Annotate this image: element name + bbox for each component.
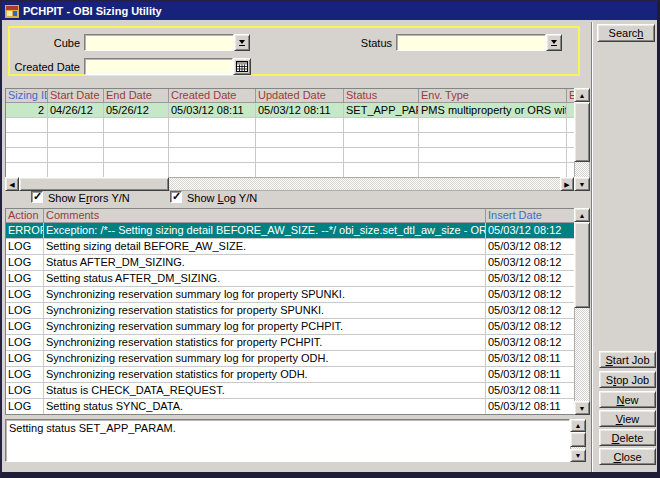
cell: 05/03/12 08:12 — [486, 239, 575, 254]
cell — [104, 163, 169, 177]
scroll-up-icon[interactable]: ▲ — [574, 88, 590, 102]
cell: Synchronizing reservation summary log fo… — [44, 351, 486, 366]
calendar-icon — [236, 61, 248, 72]
cell: SET_APP_PARAM — [344, 103, 419, 117]
app-window: PCHPIT - OBI Sizing Utility Cube Status … — [0, 0, 660, 478]
show-errors-checkbox[interactable] — [31, 191, 43, 203]
scrollbar-thumb[interactable] — [574, 102, 590, 162]
cell: 2 — [6, 103, 48, 117]
title-bar[interactable]: PCHPIT - OBI Sizing Utility — [2, 2, 657, 20]
log-column-header[interactable]: Insert Date — [486, 209, 575, 223]
cell — [344, 163, 419, 177]
created-date-label: Created Date — [10, 61, 80, 73]
log-table-row[interactable]: LOGSynchronizing reservation statistics … — [6, 335, 574, 351]
scroll-down-icon[interactable]: ▼ — [570, 449, 586, 462]
cell: Synchronizing reservation statistics for… — [44, 335, 486, 350]
cell: LOG — [6, 335, 44, 350]
log-table-row[interactable]: LOGSetting status AFTER_DM_SIZING.05/03/… — [6, 271, 574, 287]
status-input[interactable] — [396, 34, 546, 51]
log-table-body: ERRORException: /*-- Setting sizing deta… — [6, 223, 574, 415]
view-button[interactable]: View — [599, 410, 656, 427]
cell — [419, 118, 567, 132]
new-button[interactable]: New — [599, 391, 656, 408]
scrollbar-thumb[interactable] — [570, 432, 586, 447]
cell — [6, 148, 48, 162]
cell: 05/26/12 — [104, 103, 169, 117]
delete-button[interactable]: Delete — [599, 429, 656, 446]
jobs-column-header[interactable]: Env. Type — [419, 89, 567, 103]
log-table-row[interactable]: LOGSynchronizing reservation statistics … — [6, 367, 574, 383]
show-errors-label: Show Errors Y/N — [48, 192, 130, 204]
log-table-row[interactable]: LOGSynchronizing reservation statistics … — [6, 303, 574, 319]
scroll-right-icon[interactable]: ▶ — [560, 177, 574, 191]
scrollbar-thumb[interactable] — [19, 177, 169, 191]
created-date-input[interactable] — [84, 58, 233, 75]
cell: LOG — [6, 287, 44, 302]
scroll-up-icon[interactable]: ▲ — [574, 208, 590, 222]
log-table-row[interactable]: LOGSetting status SYNC_DATA.05/03/12 08:… — [6, 399, 574, 415]
jobs-empty-row[interactable] — [6, 118, 574, 133]
cube-dropdown-button[interactable] — [234, 34, 250, 51]
scroll-down-icon[interactable]: ▼ — [574, 401, 590, 415]
show-log-checkbox[interactable] — [170, 191, 182, 203]
jobs-column-header[interactable]: Updated Date — [256, 89, 344, 103]
jobs-empty-row[interactable] — [6, 163, 574, 178]
log-table-row[interactable]: LOGSynchronizing reservation summary log… — [6, 287, 574, 303]
cell — [104, 148, 169, 162]
cell — [104, 118, 169, 132]
scroll-left-icon[interactable]: ◀ — [5, 177, 19, 191]
cell — [344, 148, 419, 162]
jobs-column-header[interactable]: Status — [344, 89, 419, 103]
log-vertical-scrollbar[interactable]: ▲ ▼ — [574, 208, 590, 415]
scrollbar-thumb[interactable] — [574, 222, 590, 308]
log-table-row[interactable]: LOGSynchronizing reservation summary log… — [6, 351, 574, 367]
cell: LOG — [6, 351, 44, 366]
log-column-header[interactable]: Action — [6, 209, 44, 223]
dropdown-arrow-icon — [551, 40, 557, 46]
scroll-down-icon[interactable]: ▼ — [574, 177, 590, 191]
cell: 05/03/12 08:11 — [486, 367, 575, 382]
status-dropdown-button[interactable] — [546, 34, 562, 51]
jobs-vertical-scrollbar[interactable]: ▲ ▼ — [574, 88, 590, 191]
log-table-row[interactable]: LOGStatus is CHECK_DATA_REQUEST.05/03/12… — [6, 383, 574, 399]
cell: 05/03/12 08:12 — [486, 271, 575, 286]
cell: 05/03/12 08:12 — [486, 255, 575, 270]
jobs-column-header[interactable]: Sizing ID — [6, 89, 48, 103]
log-table-row[interactable]: ERRORException: /*-- Setting sizing deta… — [6, 223, 574, 239]
cell — [256, 118, 344, 132]
jobs-column-header[interactable]: Start Date — [48, 89, 104, 103]
log-table: ActionCommentsInsert Date ERRORException… — [5, 208, 575, 415]
jobs-column-header[interactable]: Created Date — [169, 89, 256, 103]
close-button[interactable]: Close — [599, 448, 656, 465]
jobs-column-header[interactable]: End Date — [104, 89, 169, 103]
cell: LOG — [6, 239, 44, 254]
cell: 05/03/12 08:11 — [486, 399, 575, 414]
log-column-header[interactable]: Comments — [44, 209, 486, 223]
log-table-row[interactable]: LOGSetting sizing detail BEFORE_AW_SIZE.… — [6, 239, 574, 255]
jobs-empty-row[interactable] — [6, 133, 574, 148]
cell: Setting status SYNC_DATA. — [44, 399, 486, 414]
cell: ERROR — [6, 223, 44, 238]
cube-input[interactable] — [84, 34, 234, 51]
cell — [169, 118, 256, 132]
scroll-up-icon[interactable]: ▲ — [570, 419, 586, 432]
cell: LOG — [6, 399, 44, 414]
search-button[interactable]: Search — [597, 24, 655, 42]
stop-job-button[interactable]: Stop Job — [599, 371, 656, 388]
cell: Synchronizing reservation summary log fo… — [44, 287, 486, 302]
jobs-table-body: 204/26/1205/26/1205/03/12 08:1105/03/12 … — [6, 103, 574, 178]
log-table-header: ActionCommentsInsert Date — [6, 209, 574, 223]
jobs-horizontal-scrollbar[interactable]: ◀ ▶ — [5, 177, 574, 191]
log-table-row[interactable]: LOGStatus AFTER_DM_SIZING.05/03/12 08:12 — [6, 255, 574, 271]
jobs-empty-row[interactable] — [6, 148, 574, 163]
jobs-table-row[interactable]: 204/26/1205/26/1205/03/12 08:1105/03/12 … — [6, 103, 574, 118]
log-table-row[interactable]: LOGSynchronizing reservation summary log… — [6, 319, 574, 335]
cell: 05/03/12 08:12 — [486, 223, 575, 238]
cell — [48, 118, 104, 132]
detail-vertical-scrollbar[interactable]: ▲ ▼ — [570, 419, 586, 462]
start-job-button[interactable]: Start Job — [599, 351, 656, 368]
app-icon — [5, 5, 19, 18]
created-date-calendar-button[interactable] — [233, 58, 251, 75]
log-detail-box[interactable]: Setting status SET_APP_PARAM. — [5, 419, 570, 462]
cell — [256, 148, 344, 162]
